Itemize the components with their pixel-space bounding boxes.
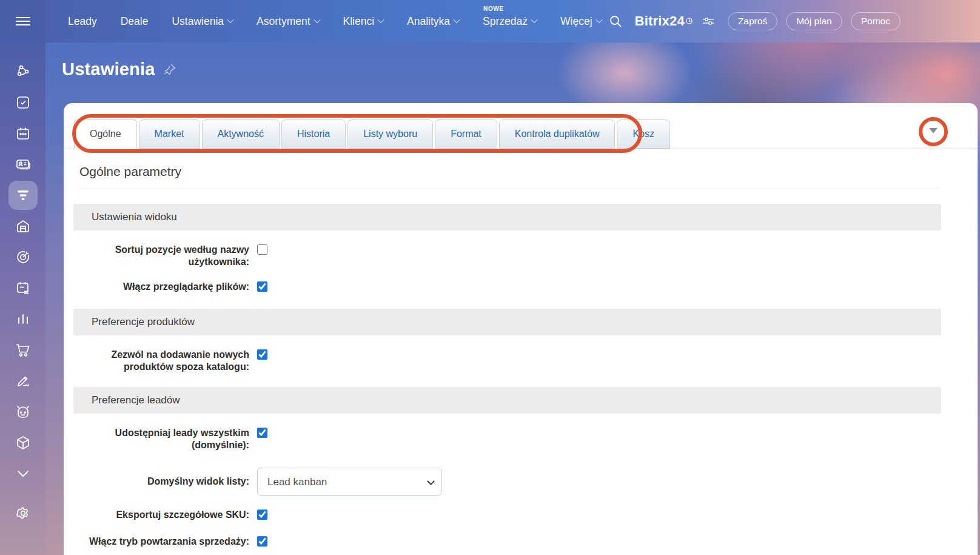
- section-header-preferencje-produktow: Preferencje produktów: [73, 309, 941, 335]
- nav-label: Deale: [121, 15, 149, 28]
- left-sidebar: [0, 42, 45, 555]
- chevron-down-icon: [453, 16, 460, 22]
- clock-icon: [686, 12, 693, 28]
- section-header-label: Preferencje produktów: [92, 316, 195, 328]
- nav-label: Ustawienia: [172, 15, 224, 28]
- tab-label: Listy wyboru: [363, 129, 417, 140]
- share-leads-checkbox[interactable]: [257, 428, 267, 438]
- section-header-preferencje-leadow: Preferencje leadów: [73, 387, 941, 414]
- warehouse-icon[interactable]: [8, 212, 38, 241]
- field-label: Zezwól na dodawanie nowych produktów spo…: [73, 349, 249, 372]
- robot-icon[interactable]: [8, 397, 38, 426]
- field-label: Domyślny widok listy:: [73, 476, 249, 488]
- tab-historia[interactable]: Historia: [281, 119, 346, 149]
- tab-listy-wyboru[interactable]: Listy wyboru: [347, 119, 433, 149]
- allow-noncatalog-products-checkbox[interactable]: [257, 349, 267, 360]
- tasks-icon[interactable]: [8, 88, 38, 117]
- form-row-udostepniaj-leady: Udostępniaj leady wszystkim (domyślnie):: [73, 427, 941, 451]
- tab-label: Kosz: [633, 129, 654, 140]
- chevron-down-icon: [377, 16, 384, 22]
- tab-label: Format: [451, 129, 482, 140]
- nav-label: Więcej: [560, 15, 592, 28]
- form-row-produkty-spoza-katalogu: Zezwól na dodawanie nowych produktów spo…: [73, 349, 941, 372]
- form-row-sortuj-pozycje: Sortuj pozycje według nazwy użytkownika:: [73, 244, 941, 267]
- settings-gear-icon[interactable]: [8, 499, 38, 528]
- main-nav: Leady Deale Ustawienia Asortyment Klienc…: [68, 15, 602, 28]
- shopping-cart-icon[interactable]: [8, 335, 38, 365]
- chevron-down-icon: [596, 16, 602, 22]
- tab-label: Aktywność: [218, 129, 264, 140]
- page-title: Ustawienia: [62, 59, 155, 79]
- file-preview-checkbox[interactable]: [257, 281, 267, 292]
- crm-funnel-icon-active[interactable]: [8, 181, 38, 210]
- calendar-icon[interactable]: [8, 119, 38, 148]
- nav-item-ustawienia[interactable]: Ustawienia: [172, 15, 233, 28]
- nav-label: Analityka: [407, 15, 450, 28]
- chevron-down-icon: [531, 16, 537, 22]
- tab-label: Ogólne: [90, 129, 121, 140]
- search-icon[interactable]: [608, 14, 623, 29]
- export-sku-checkbox[interactable]: [257, 510, 267, 520]
- help-button[interactable]: Pomoc: [851, 12, 901, 30]
- tab-strip: Ogólne Market Aktywność Historia Listy w…: [64, 103, 978, 149]
- tab-label: Market: [155, 129, 184, 140]
- panel-title: Ogólne parametry: [79, 164, 941, 179]
- tab-label: Kontrola duplikatów: [515, 129, 600, 140]
- section-header-label: Ustawienia widoku: [92, 211, 177, 223]
- tab-aktywnosc[interactable]: Aktywność: [202, 119, 280, 149]
- form-row-powtarzanie-sprzedazy: Włącz tryb powtarzania sprzedaży:: [73, 536, 941, 549]
- nav-item-asortyment[interactable]: Asortyment: [257, 15, 320, 28]
- invite-button[interactable]: Zaproś: [728, 12, 777, 30]
- sidebar-header: [0, 0, 45, 42]
- chevron-down-icon: [314, 16, 320, 22]
- nav-label: Sprzedaż: [483, 15, 528, 28]
- top-navigation-bar: Leady Deale Ustawienia Asortyment Klienc…: [45, 0, 980, 42]
- field-label: Włącz przeglądarkę plików:: [73, 281, 249, 293]
- section-header-label: Preferencje leadów: [92, 394, 180, 406]
- tab-format[interactable]: Format: [435, 119, 497, 149]
- nav-label: Leady: [68, 15, 97, 28]
- bitrix24-logo[interactable]: Bitrix24: [635, 13, 693, 29]
- tab-kosz[interactable]: Kosz: [617, 119, 670, 149]
- nav-item-wiecej[interactable]: Więcej: [560, 15, 602, 28]
- contact-card-icon[interactable]: [8, 150, 38, 179]
- planner-icon[interactable]: [8, 274, 38, 303]
- tabs-overflow-dropdown[interactable]: [924, 121, 942, 140]
- sort-by-username-checkbox[interactable]: [257, 244, 267, 255]
- form-row-domyslny-widok: Domyślny widok listy: Lead kanban: [73, 468, 941, 496]
- nav-item-sprzedaz[interactable]: NOWESprzedaż: [483, 15, 537, 28]
- my-plan-button[interactable]: Mój plan: [786, 12, 842, 30]
- new-badge: NOWE: [483, 5, 504, 12]
- bar-chart-icon[interactable]: [8, 304, 38, 334]
- tab-kontrola-duplikatow[interactable]: Kontrola duplikatów: [499, 119, 616, 149]
- logo-text: Bitrix24: [635, 13, 685, 29]
- field-label: Udostępniaj leady wszystkim (domyślnie):: [73, 427, 249, 451]
- dropdown-triangle-icon: [929, 128, 938, 133]
- tab-ogolne[interactable]: Ogólne: [74, 119, 137, 149]
- target-icon[interactable]: [8, 243, 38, 272]
- nav-item-klienci[interactable]: Klienci: [343, 15, 384, 28]
- collaboration-icon[interactable]: [8, 57, 38, 86]
- tab-market[interactable]: Market: [139, 119, 200, 149]
- form-row-eksport-sku: Eksportuj szczegółowe SKU:: [73, 509, 941, 522]
- chevron-down-icon: [227, 16, 233, 22]
- tab-label: Historia: [297, 129, 330, 140]
- sidebar-expand-chevron-icon[interactable]: [8, 459, 38, 488]
- pin-icon[interactable]: [163, 63, 176, 76]
- nav-label: Klienci: [343, 15, 375, 28]
- field-label: Sortuj pozycje według nazwy użytkownika:: [73, 244, 249, 267]
- signature-icon[interactable]: [8, 366, 38, 395]
- nav-item-deale[interactable]: Deale: [121, 15, 149, 28]
- repeat-sales-checkbox[interactable]: [257, 536, 267, 547]
- nav-label: Asortyment: [257, 15, 310, 28]
- hamburger-menu-icon[interactable]: [16, 15, 30, 28]
- sliders-icon[interactable]: [702, 16, 714, 27]
- nav-item-leady[interactable]: Leady: [68, 15, 97, 28]
- divider: [78, 189, 939, 189]
- package-icon[interactable]: [8, 428, 38, 457]
- default-list-view-select[interactable]: Lead kanban: [257, 468, 442, 496]
- section-header-ustawienia-widoku: Ustawienia widoku: [73, 204, 941, 230]
- field-label: Eksportuj szczegółowe SKU:: [73, 509, 249, 521]
- nav-item-analityka[interactable]: Analityka: [407, 15, 459, 28]
- settings-panel: Ogólne Market Aktywność Historia Listy w…: [64, 103, 978, 555]
